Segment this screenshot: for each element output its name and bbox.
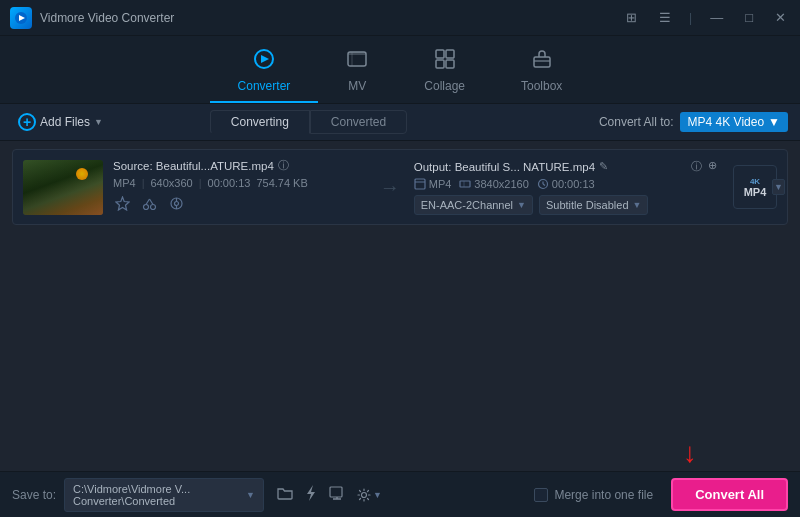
- tab-mv-label: MV: [348, 79, 366, 93]
- close-button[interactable]: ✕: [771, 9, 790, 26]
- audio-value: EN-AAC-2Channel: [421, 199, 513, 211]
- main-content: Source: Beautiful...ATURE.mp4 ⓘ MP4 | 64…: [0, 141, 800, 233]
- merge-checkbox[interactable]: [534, 488, 548, 502]
- add-plus-icon: +: [18, 113, 36, 131]
- nav-tabs: Converter MV Collage Toolbox: [0, 36, 800, 104]
- audio-select[interactable]: EN-AAC-2Channel ▼: [414, 195, 533, 215]
- tab-toolbox[interactable]: Toolbox: [493, 42, 590, 103]
- format-select-arrow: ▼: [768, 115, 780, 129]
- format-badge: 4K MP4: [733, 165, 777, 209]
- converter-icon: [253, 48, 275, 75]
- source-meta: MP4 | 640x360 | 00:00:13 754.74 KB: [113, 177, 366, 189]
- source-info: Source: Beautiful...ATURE.mp4 ⓘ MP4 | 64…: [113, 158, 366, 216]
- thumbnail: [23, 160, 103, 215]
- audio-arrow: ▼: [517, 200, 526, 210]
- merge-section: Merge into one file: [534, 488, 653, 502]
- path-dropdown-arrow: ▼: [246, 490, 255, 500]
- menu-button[interactable]: ☰: [655, 9, 675, 26]
- output-info-icon[interactable]: ⓘ: [691, 159, 702, 174]
- effect-button[interactable]: [167, 194, 186, 216]
- svg-rect-30: [330, 487, 342, 497]
- svg-rect-8: [446, 50, 454, 58]
- svg-marker-29: [307, 485, 315, 501]
- output-duration-item: 00:00:13: [537, 178, 595, 190]
- svg-line-16: [146, 199, 150, 205]
- badge-expand-arrow[interactable]: ▼: [772, 179, 785, 195]
- app-logo: [10, 7, 32, 29]
- meta-sep1: |: [142, 177, 145, 189]
- cut-button[interactable]: [140, 194, 159, 216]
- source-filename: Source: Beautiful...ATURE.mp4: [113, 160, 274, 172]
- tab-collage[interactable]: Collage: [396, 42, 493, 103]
- tab-switcher: Converting Converted: [210, 110, 407, 134]
- save-path-field[interactable]: C:\Vidmore\Vidmore V... Converter\Conver…: [64, 478, 264, 512]
- convert-all-to-label: Convert All to:: [599, 115, 674, 129]
- tab-toolbox-label: Toolbox: [521, 79, 562, 93]
- merge-text: Merge into one file: [554, 488, 653, 502]
- subtitle-value: Subtitle Disabled: [546, 199, 629, 211]
- folder-icon-button[interactable]: [272, 482, 298, 507]
- svg-rect-22: [415, 179, 425, 189]
- output-format: MP4: [429, 178, 452, 190]
- save-to-label: Save to:: [12, 488, 56, 502]
- svg-rect-5: [348, 52, 366, 55]
- arrow-right-icon: →: [380, 176, 400, 199]
- output-dropdowns: EN-AAC-2Channel ▼ Subtitle Disabled ▼: [414, 195, 717, 215]
- toolbox-icon: [531, 48, 553, 75]
- enhance-button[interactable]: [113, 194, 132, 216]
- badge-type-label: MP4: [744, 186, 767, 198]
- converted-tab[interactable]: Converted: [310, 110, 407, 134]
- format-badge-wrapper: 4K MP4 ▼: [733, 165, 777, 209]
- title-bar: Vidmore Video Converter ⊞ ☰ | — □ ✕: [0, 0, 800, 36]
- svg-line-28: [543, 184, 545, 186]
- output-filename-row: Output: Beautiful S... NATURE.mp4 ✎ ⓘ ⊕: [414, 159, 717, 174]
- output-info: Output: Beautiful S... NATURE.mp4 ✎ ⓘ ⊕ …: [414, 159, 717, 215]
- tab-collage-label: Collage: [424, 79, 465, 93]
- convert-all-to-section: Convert All to: MP4 4K Video ▼: [599, 112, 788, 132]
- source-size: 754.74 KB: [256, 177, 307, 189]
- collage-icon: [434, 48, 456, 75]
- svg-rect-24: [460, 181, 470, 187]
- svg-marker-13: [116, 197, 129, 210]
- grid-button[interactable]: ⊞: [622, 9, 641, 26]
- preview-icon-button[interactable]: [324, 482, 350, 507]
- convert-all-button[interactable]: Convert All: [671, 478, 788, 511]
- bottom-bar: Save to: C:\Vidmore\Vidmore V... Convert…: [0, 471, 800, 517]
- tab-mv[interactable]: MV: [318, 42, 396, 103]
- tab-converter[interactable]: Converter: [210, 42, 319, 103]
- badge-quality-label: 4K: [750, 177, 760, 186]
- converting-tab[interactable]: Converting: [210, 110, 310, 134]
- output-meta: MP4 3840x2160 00:00:13: [414, 178, 717, 190]
- minimize-button[interactable]: —: [706, 9, 727, 26]
- source-info-icon[interactable]: ⓘ: [278, 158, 289, 173]
- red-arrow-icon: ↓: [683, 439, 697, 467]
- format-select[interactable]: MP4 4K Video ▼: [680, 112, 788, 132]
- maximize-button[interactable]: □: [741, 9, 757, 26]
- add-files-label: Add Files: [40, 115, 90, 129]
- settings-icon-button[interactable]: ▼: [352, 484, 387, 506]
- svg-rect-7: [436, 50, 444, 58]
- output-resolution-item: 3840x2160: [459, 178, 528, 190]
- output-filename: Output: Beautiful S... NATURE.mp4: [414, 161, 595, 173]
- add-files-button[interactable]: + Add Files ▼: [12, 110, 109, 134]
- svg-rect-9: [436, 60, 444, 68]
- subtitle-select[interactable]: Subtitle Disabled ▼: [539, 195, 648, 215]
- svg-marker-3: [261, 55, 269, 63]
- app-title: Vidmore Video Converter: [40, 11, 174, 25]
- thumbnail-overlay: [23, 160, 103, 215]
- tab-converter-label: Converter: [238, 79, 291, 93]
- source-duration: 00:00:13: [208, 177, 251, 189]
- svg-rect-11: [534, 57, 550, 67]
- sub-toolbar: + Add Files ▼ Converting Converted Conve…: [0, 104, 800, 141]
- flash-icon-button[interactable]: [300, 481, 322, 508]
- title-bar-controls: ⊞ ☰ | — □ ✕: [622, 9, 790, 26]
- add-files-arrow: ▼: [94, 117, 103, 127]
- output-format-item: MP4: [414, 178, 452, 190]
- format-value: MP4 4K Video: [688, 115, 765, 129]
- edit-icon[interactable]: ✎: [599, 160, 608, 173]
- file-item: Source: Beautiful...ATURE.mp4 ⓘ MP4 | 64…: [12, 149, 788, 225]
- svg-point-15: [151, 205, 156, 210]
- file-actions: [113, 194, 366, 216]
- output-settings-icon[interactable]: ⊕: [708, 159, 717, 174]
- mv-icon: [346, 48, 368, 75]
